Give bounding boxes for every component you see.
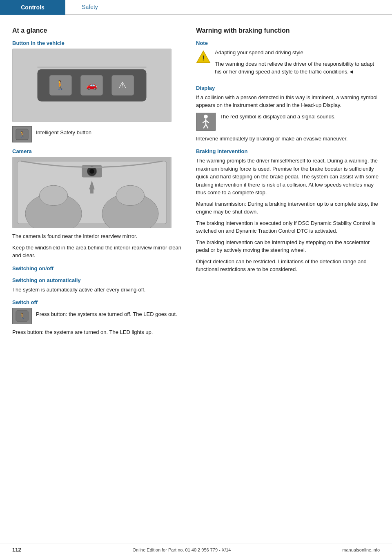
switch-off-row: 🚶 Press button: the systems are turned o…: [12, 308, 184, 324]
svg-rect-21: [90, 185, 94, 193]
switching-auto-text: The system is automatically active after…: [12, 286, 184, 294]
camera-text2: Keep the windshield in the area behind t…: [12, 244, 184, 260]
button-image-svg: 🚶 🚗 ⚠: [13, 49, 171, 122]
braking-text3: The braking intervention is executed onl…: [196, 219, 380, 235]
svg-text:🚶: 🚶: [19, 313, 26, 320]
switch-off-title: Switch off: [12, 299, 184, 305]
note-text1: Adapting your speed and driving style: [215, 49, 380, 57]
camera-image: [12, 157, 172, 228]
right-column: Warning with braking function Note ! Ada…: [196, 27, 380, 340]
svg-text:🚶: 🚶: [19, 131, 26, 138]
svg-point-16: [116, 185, 144, 205]
switch-off-text2: Press button: the systems are turned on.…: [12, 328, 184, 336]
camera-section-title: Camera: [12, 148, 184, 154]
svg-point-27: [204, 115, 208, 119]
footer: 112 Online Edition for Part no. 01 40 2 …: [0, 543, 392, 556]
switch-off-icon-text: Press button: the systems are turned off…: [36, 310, 177, 318]
page-number: 112: [12, 547, 21, 553]
red-symbol-icon: [196, 113, 216, 131]
note-text2: The warning does not relieve the driver …: [215, 60, 380, 76]
symbol-row: The red symbol is displayed and a signal…: [196, 113, 380, 131]
tab-safety[interactable]: Safety: [65, 0, 114, 15]
intelligent-safety-row: 🚶 Intelligent Safety button: [12, 126, 184, 142]
switch-off-icon-svg: 🚶: [16, 310, 29, 322]
braking-text1: The warning prompts the driver himself/h…: [196, 157, 380, 197]
braking-text4: The braking intervention can be interrup…: [196, 238, 380, 254]
braking-text2: Manual transmission: During a braking in…: [196, 200, 380, 216]
header-tabs: Controls Safety: [0, 0, 392, 15]
display-symbol-text: The red symbol is displayed and a signal…: [220, 113, 336, 121]
svg-text:⚠: ⚠: [118, 80, 127, 90]
red-symbol-svg: [196, 113, 215, 130]
switching-section-title: Switching on/off: [12, 265, 184, 271]
warning-triangle-icon: !: [196, 49, 211, 64]
warning-section-title: Warning with braking function: [196, 27, 380, 34]
button-section-title: Button in the vehicle: [12, 40, 184, 46]
switching-auto-title: Switching on automatically: [12, 277, 184, 283]
intelligent-safety-label: Intelligent Safety button: [36, 129, 91, 137]
braking-title: Braking intervention: [196, 148, 380, 154]
note-box: ! Adapting your speed and driving style …: [196, 49, 380, 79]
button-image: 🚶 🚗 ⚠: [12, 49, 172, 122]
intelligent-safety-icon: 🚶: [12, 126, 32, 142]
left-column: At a glance Button in the vehicle 🚶 🚗 ⚠: [12, 27, 184, 340]
braking-text5: Object detection can be restricted. Limi…: [196, 258, 380, 274]
safety-button-icon-svg: 🚶: [16, 129, 29, 140]
camera-image-svg: [13, 157, 171, 228]
note-label: Note: [196, 40, 380, 46]
svg-point-19: [89, 169, 94, 174]
svg-text:🚶: 🚶: [55, 80, 66, 91]
svg-point-15: [39, 185, 67, 205]
main-content: At a glance Button in the vehicle 🚶 🚗 ⚠: [0, 15, 392, 364]
at-a-glance-title: At a glance: [12, 27, 184, 34]
svg-text:🚗: 🚗: [86, 80, 98, 91]
display-title: Display: [196, 85, 380, 91]
note-text-block: Adapting your speed and driving style Th…: [215, 49, 380, 79]
svg-text:!: !: [202, 54, 204, 62]
tab-line-spacer: [114, 0, 392, 15]
footer-text: Online Edition for Part no. 01 40 2 956 …: [133, 547, 231, 552]
switch-off-icon: 🚶: [12, 308, 32, 324]
site-text: manualsonline.info: [342, 547, 380, 552]
camera-text1: The camera is found near the interior re…: [12, 232, 184, 240]
display-text: If a collision with a person detected in…: [196, 93, 380, 109]
intervene-text: Intervene immediately by braking or make…: [196, 135, 380, 143]
tab-controls[interactable]: Controls: [0, 0, 65, 15]
